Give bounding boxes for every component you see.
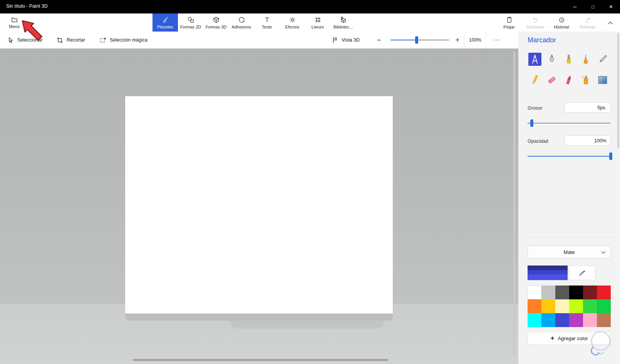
brush-crayon[interactable] <box>562 73 575 87</box>
zoom-level-button[interactable]: 100% <box>464 32 486 48</box>
thickness-slider[interactable] <box>528 119 611 127</box>
brush-marker[interactable] <box>528 53 541 66</box>
tab-label: Efectos <box>285 25 300 29</box>
material-dropdown[interactable]: Mate <box>528 245 611 259</box>
crop-button[interactable]: Recortar <box>56 32 85 48</box>
main-toolbar: Menú Pinceles Formas 2D Formas 3D Adhesi… <box>0 13 620 32</box>
minimize-button[interactable]: ─ <box>566 0 584 13</box>
redo-button[interactable]: Rehacer <box>575 13 601 32</box>
magic-select-button[interactable]: Selección mágica <box>99 32 147 48</box>
color-swatch[interactable] <box>528 299 541 313</box>
brush-pencil[interactable] <box>528 73 541 87</box>
brush-spray-can[interactable] <box>579 73 592 87</box>
color-swatch[interactable] <box>583 299 597 313</box>
color-swatch[interactable] <box>528 286 541 299</box>
titlebar: Sin título - Paint 3D ─ □ × <box>0 0 620 13</box>
eyedropper-button[interactable] <box>569 265 595 280</box>
history-button[interactable]: Historial <box>548 13 575 32</box>
tab-biblioteca[interactable]: Bibliotec... <box>330 13 356 32</box>
plus-icon: + <box>456 36 460 44</box>
tab-formas-3d[interactable]: Formas 3D <box>203 13 229 32</box>
color-swatch[interactable] <box>569 313 583 327</box>
brush-pixel-pen[interactable] <box>596 53 609 66</box>
add-color-button[interactable]: + Agregar color <box>528 332 611 345</box>
calligraphy-pen-icon <box>546 53 558 65</box>
tab-lienzo[interactable]: Lienzo <box>305 13 330 32</box>
current-color-preview[interactable] <box>528 265 568 280</box>
opacity-label: Opacidad <box>528 139 548 144</box>
color-swatch[interactable] <box>555 313 569 327</box>
thickness-slider-thumb[interactable] <box>530 119 533 127</box>
thickness-label: Grosor <box>528 105 542 111</box>
window-title: Sin título - Paint 3D <box>6 3 48 9</box>
opacity-slider[interactable] <box>528 152 611 160</box>
brush-oil[interactable] <box>562 53 575 66</box>
color-swatch[interactable] <box>583 313 597 327</box>
tab-efectos[interactable]: Efectos <box>280 13 305 32</box>
paste-button[interactable]: Pegar <box>496 13 522 32</box>
color-palette <box>528 286 611 327</box>
tab-texto[interactable]: Texto <box>254 13 280 32</box>
collapse-ribbon-button[interactable] <box>606 18 615 27</box>
close-button[interactable]: × <box>602 0 620 13</box>
zoom-in-button[interactable]: + <box>451 32 464 48</box>
opacity-slider-thumb[interactable] <box>609 152 612 160</box>
color-swatch[interactable] <box>569 299 583 313</box>
tab-label: Formas 2D <box>180 25 201 29</box>
canvas-area <box>0 48 518 364</box>
drawing-canvas[interactable] <box>125 96 393 314</box>
maximize-button[interactable]: □ <box>584 0 602 13</box>
shapes-2d-icon <box>187 16 194 23</box>
color-swatch[interactable] <box>541 286 555 299</box>
sticker-icon <box>238 16 245 23</box>
view-3d-button[interactable]: Vista 3D <box>331 32 360 48</box>
redo-icon <box>584 16 592 23</box>
magic-select-label: Selección mágica <box>110 37 147 43</box>
undo-icon <box>532 16 539 23</box>
select-button[interactable]: Seleccionar <box>7 32 42 48</box>
undo-button[interactable]: Deshacer <box>522 13 548 32</box>
horizontal-scrollbar[interactable] <box>133 359 388 361</box>
opacity-value: 100% <box>594 138 607 144</box>
effects-sun-icon <box>289 16 296 23</box>
menu-folder-icon <box>11 16 18 23</box>
brush-calligraphy-pen[interactable] <box>545 53 558 66</box>
tab-formas-2d[interactable]: Formas 2D <box>178 13 203 32</box>
fill-texture-icon <box>597 74 608 86</box>
brush-watercolor[interactable] <box>579 53 592 66</box>
panel-scrollbar[interactable] <box>617 33 619 149</box>
color-swatch[interactable] <box>541 313 555 327</box>
watercolor-icon <box>580 53 592 65</box>
zoom-out-button[interactable]: − <box>372 32 386 48</box>
tab-label: Bibliotec... <box>333 25 353 29</box>
thickness-value: 5px. <box>597 105 607 110</box>
tab-pinceles[interactable]: Pinceles <box>152 13 178 32</box>
color-swatch[interactable] <box>555 299 569 313</box>
color-swatch[interactable] <box>583 286 597 299</box>
add-color-label: Agregar color <box>558 336 588 341</box>
zoom-slider[interactable] <box>390 36 449 44</box>
menu-button[interactable]: Menú <box>4 13 25 32</box>
material-value: Mate <box>564 249 575 255</box>
menu-label: Menú <box>9 24 20 29</box>
brush-eraser[interactable] <box>545 73 558 87</box>
color-swatch[interactable] <box>541 299 555 313</box>
more-options-button[interactable]: ··· <box>489 32 504 48</box>
color-swatch[interactable] <box>597 286 611 299</box>
tab-adhesivos[interactable]: Adhesivos <box>229 13 254 32</box>
color-swatch[interactable] <box>569 286 583 299</box>
chevron-up-icon <box>608 21 613 25</box>
color-swatch[interactable] <box>528 313 541 327</box>
opacity-input[interactable]: 100% <box>565 135 611 146</box>
zoom-slider-thumb[interactable] <box>415 36 418 44</box>
panel-divider <box>522 237 616 237</box>
canvas-shadow <box>125 314 393 321</box>
action-label: Rehacer <box>580 25 596 29</box>
color-swatch[interactable] <box>555 286 569 299</box>
vertical-scrollbar[interactable] <box>513 52 515 356</box>
color-swatch[interactable] <box>597 299 611 313</box>
color-swatch[interactable] <box>597 313 611 327</box>
thickness-input[interactable]: 5px. <box>565 102 611 113</box>
spray-can-icon <box>580 74 592 86</box>
brush-fill[interactable] <box>596 73 609 87</box>
